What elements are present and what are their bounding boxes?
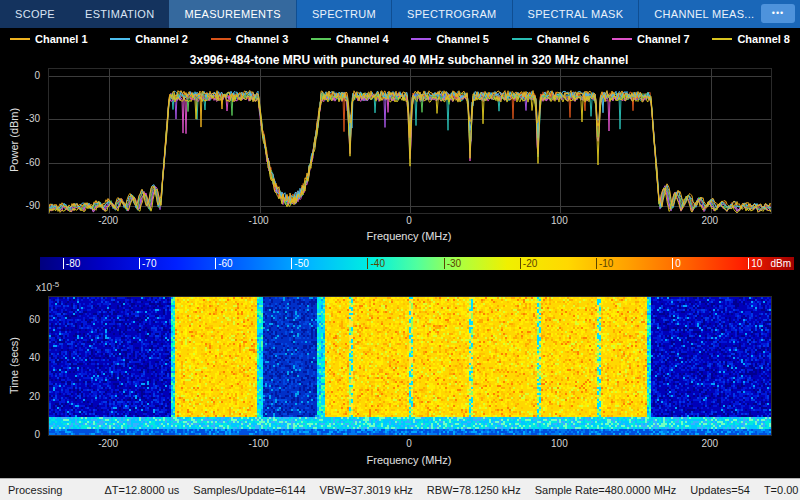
- legend-item-channel-8[interactable]: Channel 8: [712, 33, 790, 45]
- legend-item-channel-6[interactable]: Channel 6: [512, 33, 590, 45]
- status-item: Updates=54: [690, 484, 750, 496]
- legend-label: Channel 2: [135, 33, 188, 45]
- colorbar-tick-label: -70: [139, 258, 156, 269]
- channel-2-color-swatch: [110, 38, 130, 40]
- spectrogram-y-axis: 0204060: [0, 296, 44, 434]
- x-tick-label: -100: [249, 438, 269, 449]
- status-state: Processing: [8, 484, 62, 496]
- spectrogram-panel: dBm -80-70-60-50-40-30-20-10010 x10-5 Ti…: [0, 252, 800, 478]
- legend-label: Channel 7: [637, 33, 690, 45]
- spectrogram-plot-canvas[interactable]: [48, 296, 772, 436]
- toolstrip-tabbar: SCOPEESTIMATIONMEASUREMENTS SPECTRUMSPEC…: [0, 0, 800, 28]
- colorbar-tick-label: -30: [444, 258, 461, 269]
- legend-label: Channel 4: [336, 33, 389, 45]
- status-item: T=0.00: [764, 484, 799, 496]
- time-axis-multiplier: x10-5: [36, 280, 59, 293]
- legend-label: Channel 1: [35, 33, 88, 45]
- colorbar-unit-label: dBm: [770, 258, 791, 269]
- spectrum-analyzer-window: SCOPEESTIMATIONMEASUREMENTS SPECTRUMSPEC…: [0, 0, 800, 500]
- y-tick-label: -60: [26, 156, 40, 167]
- legend-item-channel-1[interactable]: Channel 1: [10, 33, 88, 45]
- tab-channel-meas[interactable]: CHANNEL MEAS...: [638, 0, 769, 28]
- tab-list-main: SCOPEESTIMATIONMEASUREMENTS: [0, 0, 296, 28]
- channel-7-color-swatch: [612, 38, 632, 40]
- spectrum-x-axis: -200-1000100200: [48, 215, 770, 227]
- tab-measurements[interactable]: MEASUREMENTS: [169, 0, 296, 28]
- legend-item-channel-3[interactable]: Channel 3: [211, 33, 289, 45]
- toolstrip-overflow-button[interactable]: •••: [761, 4, 795, 23]
- y-tick-label: -30: [26, 113, 40, 124]
- colorbar-tick-label: -50: [291, 258, 308, 269]
- channel-4-color-swatch: [311, 38, 331, 40]
- spectrum-xlabel: Frequency (MHz): [48, 230, 770, 242]
- spectrum-plot-canvas[interactable]: [48, 68, 772, 214]
- x-tick-label: 200: [701, 215, 718, 226]
- legend-label: Channel 8: [737, 33, 790, 45]
- legend-item-channel-2[interactable]: Channel 2: [110, 33, 188, 45]
- colorbar-tick-label: 0: [672, 258, 681, 269]
- legend-item-channel-5[interactable]: Channel 5: [411, 33, 489, 45]
- x-tick-label: 100: [551, 215, 568, 226]
- legend-item-channel-7[interactable]: Channel 7: [612, 33, 690, 45]
- x-tick-label: -200: [98, 215, 118, 226]
- x-tick-label: 0: [406, 215, 412, 226]
- legend-label: Channel 5: [436, 33, 489, 45]
- legend-item-channel-4[interactable]: Channel 4: [311, 33, 389, 45]
- status-item: ΔT=12.8000 us: [104, 484, 179, 496]
- tab-list-contextual: SPECTRUMSPECTROGRAMSPECTRAL MASKCHANNEL …: [296, 0, 800, 28]
- spectrum-panel: 3x996+484-tone MRU with punctured 40 MHz…: [0, 50, 800, 252]
- colorbar-tick-label: 10: [748, 258, 762, 269]
- x-tick-label: -100: [249, 215, 269, 226]
- legend-label: Channel 3: [236, 33, 289, 45]
- x-tick-label: -200: [98, 438, 118, 449]
- colorbar-tick-label: -40: [367, 258, 384, 269]
- status-item: Samples/Update=6144: [193, 484, 305, 496]
- x-tick-label: 200: [701, 438, 718, 449]
- y-tick-label: 20: [29, 390, 40, 401]
- status-item: VBW=37.3019 kHz: [320, 484, 413, 496]
- tab-spectrum[interactable]: SPECTRUM: [296, 0, 391, 28]
- status-items: ΔT=12.8000 usSamples/Update=6144VBW=37.3…: [104, 484, 798, 496]
- tab-spectral-mask[interactable]: SPECTRAL MASK: [512, 0, 639, 28]
- tab-scope[interactable]: SCOPE: [0, 0, 70, 28]
- channel-5-color-swatch: [411, 38, 431, 40]
- spectrum-y-axis: 0-30-60-90: [0, 68, 44, 212]
- channel-legend: Channel 1Channel 2Channel 3Channel 4Chan…: [0, 28, 800, 50]
- colorbar-tick-label: -20: [520, 258, 537, 269]
- spectrogram-xlabel: Frequency (MHz): [48, 454, 770, 466]
- tab-estimation[interactable]: ESTIMATION: [70, 0, 169, 28]
- status-item: Sample Rate=480.0000 MHz: [535, 484, 677, 496]
- y-tick-label: -90: [26, 199, 40, 210]
- spectrogram-x-axis: -200-1000100200: [48, 438, 770, 450]
- channel-8-color-swatch: [712, 38, 732, 40]
- y-tick-label: 0: [34, 70, 40, 81]
- colorbar-tick-label: -10: [596, 258, 613, 269]
- x-tick-label: 0: [406, 438, 412, 449]
- y-tick-label: 40: [29, 352, 40, 363]
- channel-1-color-swatch: [10, 38, 30, 40]
- status-bar: Processing ΔT=12.8000 usSamples/Update=6…: [0, 478, 800, 500]
- tab-spectrogram[interactable]: SPECTROGRAM: [391, 0, 511, 28]
- channel-6-color-swatch: [512, 38, 532, 40]
- x-tick-label: 100: [551, 438, 568, 449]
- status-item: RBW=78.1250 kHz: [427, 484, 521, 496]
- y-tick-label: 0: [34, 429, 40, 440]
- legend-label: Channel 6: [537, 33, 590, 45]
- spectrogram-colorbar: dBm -80-70-60-50-40-30-20-10010: [40, 257, 794, 270]
- colorbar-tick-label: -80: [63, 258, 80, 269]
- spectrum-title: 3x996+484-tone MRU with punctured 40 MHz…: [48, 53, 770, 67]
- colorbar-tick-label: -60: [215, 258, 232, 269]
- channel-3-color-swatch: [211, 38, 231, 40]
- y-tick-label: 60: [29, 314, 40, 325]
